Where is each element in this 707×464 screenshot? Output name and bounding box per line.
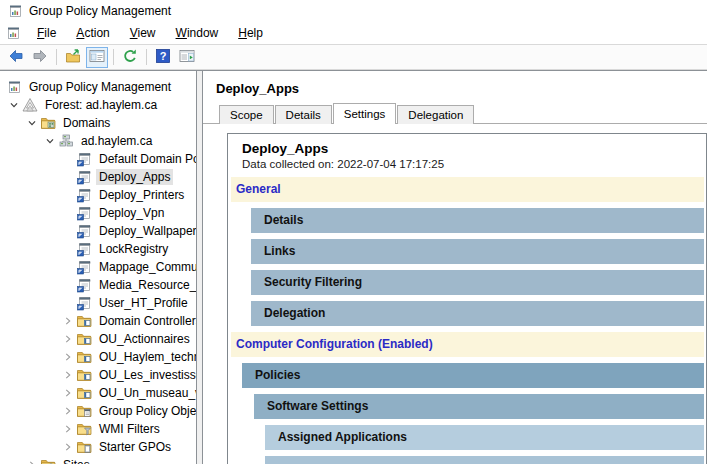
tree-item-ad-haylem-ca[interactable]: ad.haylem.ca: [0, 132, 196, 150]
tree-item-sites[interactable]: Sites: [0, 456, 196, 464]
starter-gpo-folder-icon: [76, 439, 92, 455]
chevron-right-icon[interactable]: [60, 331, 76, 347]
tab-settings[interactable]: Settings: [333, 103, 397, 124]
report-section-computer-configuration-enabled-: Computer Configuration (Enabled): [231, 332, 704, 357]
ou-folder-icon: [76, 385, 92, 401]
tree-item-label: Default Domain Policy: [96, 151, 197, 167]
chevron-down-icon[interactable]: [6, 97, 22, 113]
ou-folder-icon: [76, 367, 92, 383]
chevron-down-icon[interactable]: [24, 115, 40, 131]
forest-icon: [22, 97, 38, 113]
console-tree-button[interactable]: [86, 47, 108, 68]
chevron-spacer: [60, 151, 76, 167]
console-system-menu-icon[interactable]: [5, 25, 21, 41]
tree-item-label: WMI Filters: [96, 421, 163, 437]
tree-item-label: Starter GPOs: [96, 439, 174, 455]
menu-help[interactable]: Help: [228, 23, 273, 43]
report-bar-details[interactable]: Details: [251, 208, 704, 233]
tab-delegation[interactable]: Delegation: [397, 105, 474, 124]
report-bar-security-filtering[interactable]: Security Filtering: [251, 270, 704, 295]
export-list-icon: [65, 48, 81, 67]
menu-action[interactable]: Action: [66, 23, 119, 43]
tree-item-mappage-commun[interactable]: Mappage_Commun: [0, 258, 196, 276]
tree-item-user-ht-profile[interactable]: User_HT_Profile: [0, 294, 196, 312]
chevron-right-icon[interactable]: [60, 421, 76, 437]
gpo-icon: [76, 205, 92, 221]
ou-folder-icon: [76, 349, 92, 365]
tree-item-label: Deploy_Printers: [96, 187, 187, 203]
tree-item-label: User_HT_Profile: [96, 295, 191, 311]
chevron-right-icon[interactable]: [60, 385, 76, 401]
report-bar-assigned-applications[interactable]: Assigned Applications: [265, 425, 704, 450]
tree-item-label: OU_Les_investissements_Haynes: [96, 367, 197, 383]
tree-item-group-policy-objects[interactable]: Group Policy Objects: [0, 402, 196, 420]
chevron-right-icon[interactable]: [60, 349, 76, 365]
report-bar-links[interactable]: Links: [251, 239, 704, 264]
chevron-spacer: [60, 223, 76, 239]
chevron-right-icon[interactable]: [24, 457, 40, 464]
chevron-right-icon[interactable]: [60, 439, 76, 455]
chevron-spacer: [60, 187, 76, 203]
gpmc-window: Group Policy Management FileActionViewWi…: [0, 0, 707, 464]
gpo-icon: [76, 187, 92, 203]
chevron-right-icon[interactable]: [60, 367, 76, 383]
back-icon: [8, 48, 24, 67]
gpo-pane-title: Deploy_Apps: [216, 81, 707, 96]
menu-file[interactable]: File: [27, 23, 66, 43]
settings-tab-page: Deploy_Apps Data collected on: 2022-07-0…: [203, 124, 707, 464]
chevron-right-icon[interactable]: [60, 313, 76, 329]
tree-item-label: Mappage_Commun: [96, 259, 197, 275]
report-rows: GeneralDetailsLinksSecurity FilteringDel…: [231, 177, 704, 464]
export-list-button[interactable]: [62, 47, 84, 68]
tree-item-deploy-printers[interactable]: Deploy_Printers: [0, 186, 196, 204]
back-button[interactable]: [5, 47, 27, 68]
menu-window[interactable]: Window: [166, 23, 229, 43]
forward-icon: [32, 48, 48, 67]
tree-item-ou-un-museau-vaut-mille-mots[interactable]: OU_Un_museau_vaut_mille_mots: [0, 384, 196, 402]
tree-item-domains[interactable]: Domains: [0, 114, 196, 132]
forward-button[interactable]: [29, 47, 51, 68]
tree-item-deploy-vpn[interactable]: Deploy_Vpn: [0, 204, 196, 222]
tab-details[interactable]: Details: [275, 105, 332, 124]
report-bar-software-settings[interactable]: Software Settings: [254, 394, 704, 419]
tree-item-lockregistry[interactable]: LockRegistry: [0, 240, 196, 258]
tree-item-ou-les-investissements-haynes[interactable]: OU_Les_investissements_Haynes: [0, 366, 196, 384]
chevron-spacer: [60, 169, 76, 185]
chevron-right-icon[interactable]: [60, 403, 76, 419]
chevron-spacer: [60, 205, 76, 221]
tree-item-label: ad.haylem.ca: [78, 133, 155, 149]
tree-item-group-policy-management[interactable]: Group Policy Management: [0, 78, 196, 96]
tree-item-deploy-apps[interactable]: Deploy_Apps: [0, 168, 196, 186]
gpo-icon: [76, 169, 92, 185]
report-bar-partial[interactable]: [265, 456, 704, 464]
tree-item-wmi-filters[interactable]: WMI Filters: [0, 420, 196, 438]
gpo-icon: [76, 277, 92, 293]
tree-item-label: OU_Actionnaires: [96, 331, 193, 347]
report-bar-policies[interactable]: Policies: [242, 363, 704, 388]
tree-item-media-resource-access[interactable]: Media_Resource_Access: [0, 276, 196, 294]
tree-item-label: Group Policy Management: [26, 79, 174, 95]
action-pane-icon: [179, 48, 195, 67]
report-bar-delegation[interactable]: Delegation: [251, 301, 704, 326]
svg-text:?: ?: [160, 50, 167, 62]
tree-item-label: LockRegistry: [96, 241, 171, 257]
gpo-icon: [76, 241, 92, 257]
tree-item-ou-haylem-technologies[interactable]: OU_Haylem_technologies: [0, 348, 196, 366]
tab-scope[interactable]: Scope: [219, 105, 274, 124]
tree-item-label: Domain Controllers: [96, 313, 197, 329]
tree-item-deploy-wallpaper[interactable]: Deploy_Wallpaper: [0, 222, 196, 240]
sites-folder-icon: [40, 457, 56, 464]
tree-item-domain-controllers[interactable]: Domain Controllers: [0, 312, 196, 330]
tree-item-forest-ad-haylem-ca[interactable]: Forest: ad.haylem.ca: [0, 96, 196, 114]
tree-item-ou-actionnaires[interactable]: OU_Actionnaires: [0, 330, 196, 348]
tree-item-starter-gpos[interactable]: Starter GPOs: [0, 438, 196, 456]
help-button[interactable]: ?: [152, 47, 174, 68]
gpmc-icon: [6, 79, 22, 95]
chevron-down-icon[interactable]: [42, 133, 58, 149]
gpo-icon: [76, 259, 92, 275]
action-pane-button[interactable]: [176, 47, 198, 68]
tree-item-default-domain-policy[interactable]: Default Domain Policy: [0, 150, 196, 168]
chevron-spacer: [60, 241, 76, 257]
menu-view[interactable]: View: [120, 23, 166, 43]
refresh-button[interactable]: [119, 47, 141, 68]
